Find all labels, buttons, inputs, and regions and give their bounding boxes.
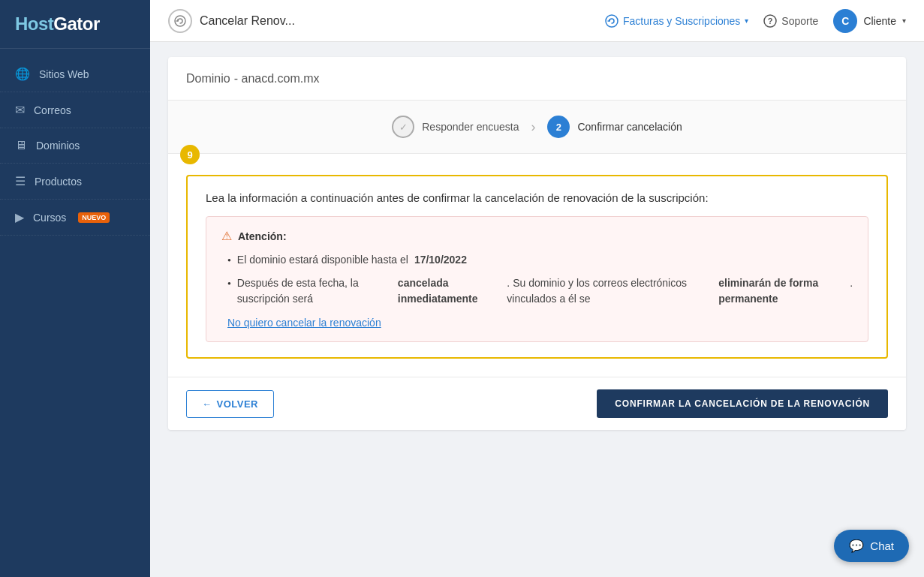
sidebar-item-label: Cursos [33, 212, 66, 224]
list-item: El dominio estará disponible hasta el 17… [227, 252, 853, 268]
card-footer: ← VOLVER CONFIRMAR LA CANCELACIÓN DE LA … [168, 377, 906, 430]
support-link[interactable]: ? Soporte [763, 14, 818, 28]
attention-box: ⚠ Atención: El dominio estará disponible… [206, 216, 868, 342]
domain-icon: 🖥 [15, 139, 27, 152]
main-content: Cancelar Renov... Facturas y Suscripcion… [150, 0, 924, 577]
user-name: Cliente [863, 15, 896, 27]
globe-icon: 🌐 [15, 67, 30, 81]
arrow-left-icon: ← [202, 398, 212, 410]
sidebar-item-cursos[interactable]: ▶ Cursos NUEVO [0, 200, 150, 236]
step-2: 2 Confirmar cancelación [547, 116, 682, 138]
sidebar-nav: 🌐 Sitios Web ✉ Correos 🖥 Dominios ☰ Prod… [0, 49, 150, 236]
sidebar-item-sitios-web[interactable]: 🌐 Sitios Web [0, 56, 150, 92]
mail-icon: ✉ [15, 103, 25, 117]
step-2-label: Confirmar cancelación [577, 121, 682, 133]
user-menu[interactable]: C Cliente ▾ [833, 9, 906, 33]
steps-bar: ✓ Responder encuesta › 2 Confirmar cance… [168, 101, 906, 154]
attention-header: ⚠ Atención: [221, 229, 853, 243]
confirm-button[interactable]: CONFIRMAR LA CANCELACIÓN DE LA RENOVACIÓ… [597, 389, 888, 418]
step-1-label: Responder encuesta [422, 121, 519, 133]
attention-list: El dominio estará disponible hasta el 17… [227, 252, 853, 307]
nuevo-badge: NUEVO [78, 212, 110, 223]
main-card: Dominio - anacd.com.mx ✓ Responder encue… [168, 57, 906, 430]
topbar: Cancelar Renov... Facturas y Suscripcion… [150, 0, 924, 42]
domain-name: anacd.com.mx [241, 72, 319, 85]
no-cancel-link[interactable]: No quiero cancelar la renovación [227, 317, 381, 329]
soporte-label: Soporte [781, 15, 818, 27]
logo: HostGator [0, 0, 150, 49]
courses-icon: ▶ [15, 210, 24, 224]
step-1: ✓ Responder encuesta [392, 116, 519, 138]
list-item: Después de esta fecha, la suscripción se… [227, 275, 853, 307]
sidebar-item-label: Productos [35, 176, 82, 188]
sidebar-item-label: Dominios [36, 140, 80, 152]
back-button[interactable]: ← VOLVER [186, 390, 274, 418]
domain-label: Dominio [186, 72, 230, 85]
topbar-right: Facturas y Suscripciones ▾ ? Soporte C C… [605, 9, 906, 33]
sidebar-item-label: Correos [34, 104, 71, 116]
attention-title: Atención: [238, 230, 287, 242]
topbar-title: Cancelar Renov... [200, 14, 295, 28]
warning-triangle-icon: ⚠ [221, 229, 232, 243]
svg-text:?: ? [768, 17, 773, 26]
chevron-down-icon: ▾ [745, 17, 748, 25]
sidebar-item-correos[interactable]: ✉ Correos [0, 92, 150, 128]
facturacion-link[interactable]: Facturas y Suscripciones ▾ [605, 14, 748, 28]
step-1-circle: ✓ [392, 116, 414, 138]
info-box: Lea la información a continuación antes … [186, 175, 888, 359]
sidebar-item-label: Sitios Web [39, 68, 89, 80]
renew-icon [168, 9, 192, 33]
avatar: C [833, 9, 857, 33]
warning-badge: 9 [180, 145, 200, 164]
topbar-left: Cancelar Renov... [168, 9, 295, 33]
step-divider: › [531, 119, 535, 135]
back-label: VOLVER [217, 398, 259, 410]
logo-text: HostGator [15, 14, 135, 35]
products-icon: ☰ [15, 174, 26, 188]
chat-icon: 💬 [849, 539, 864, 553]
sidebar: HostGator 🌐 Sitios Web ✉ Correos 🖥 Domin… [0, 0, 150, 577]
card-body: 9 Lea la información a continuación ante… [168, 154, 906, 377]
content-area: Dominio - anacd.com.mx ✓ Responder encue… [150, 42, 924, 577]
sidebar-item-productos[interactable]: ☰ Productos [0, 164, 150, 200]
chat-label: Chat [870, 539, 894, 552]
chat-button[interactable]: 💬 Chat [834, 530, 909, 562]
info-box-title: Lea la información a continuación antes … [206, 191, 868, 204]
card-header-title: Dominio - anacd.com.mx [186, 71, 320, 86]
step-2-circle: 2 [547, 116, 570, 138]
facturacion-label: Facturas y Suscripciones [623, 15, 740, 27]
card-header: Dominio - anacd.com.mx [168, 57, 906, 101]
user-chevron-icon: ▾ [902, 17, 906, 25]
sidebar-item-dominios[interactable]: 🖥 Dominios [0, 128, 150, 164]
